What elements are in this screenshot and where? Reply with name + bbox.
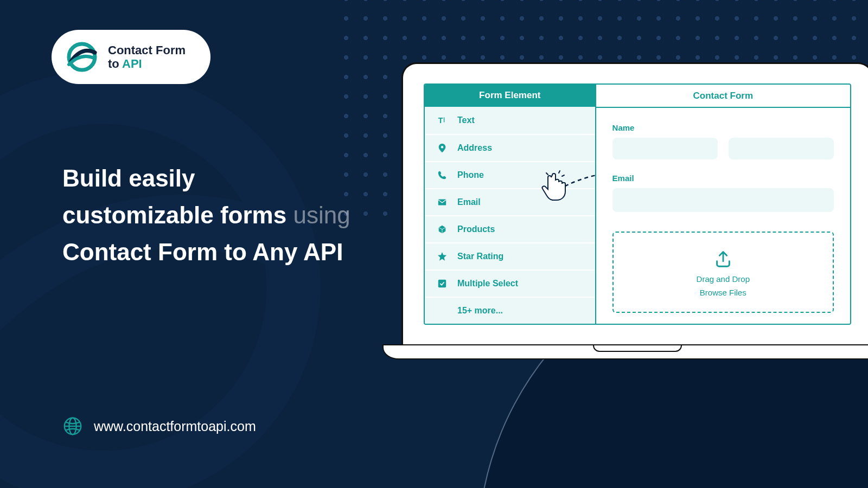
element-email[interactable]: Email <box>425 188 595 215</box>
contact-form-panel: Contact Form Name Email <box>595 85 850 324</box>
headline: Build easily customizable forms using Co… <box>62 160 350 271</box>
globe-icon <box>62 416 83 436</box>
element-more-label: 15+ more... <box>457 306 503 316</box>
file-dropzone[interactable]: Drag and Drop Browse Files <box>612 232 834 313</box>
element-address-label: Address <box>457 143 492 153</box>
elements-panel: Form Element T Text Address <box>425 85 595 324</box>
element-phone[interactable]: Phone <box>425 161 595 188</box>
element-multiple-select[interactable]: Multiple Select <box>425 269 595 297</box>
map-pin-icon <box>437 143 448 153</box>
star-icon <box>437 251 448 262</box>
logo-mark-icon <box>65 40 99 74</box>
name-label: Name <box>612 123 834 132</box>
element-text-label: Text <box>457 115 475 125</box>
contact-form-body: Name Email <box>596 108 850 324</box>
last-name-input[interactable] <box>729 138 834 159</box>
element-products-label: Products <box>457 224 495 234</box>
element-phone-label: Phone <box>457 170 484 180</box>
email-input[interactable] <box>612 188 834 212</box>
svg-rect-9 <box>438 280 446 287</box>
element-multi-select-label: Multiple Select <box>457 279 518 288</box>
headline-part3: Contact Form to Any API <box>62 239 343 265</box>
first-name-input[interactable] <box>612 138 718 159</box>
element-address[interactable]: Address <box>425 134 595 161</box>
element-more[interactable]: 15+ more... <box>425 297 595 324</box>
envelope-icon <box>437 197 448 208</box>
headline-part1: Build easily <box>62 165 195 191</box>
contact-panel-header: Contact Form <box>596 85 850 108</box>
email-label: Email <box>612 174 834 183</box>
phone-icon <box>437 170 448 181</box>
element-star-rating-label: Star Rating <box>457 252 503 261</box>
box-icon <box>437 224 448 235</box>
laptop-screen: Form Element T Text Address <box>401 62 868 344</box>
site-url: www.contactformtoapi.com <box>94 419 256 434</box>
promo-stage: Contact Form to API Build easily customi… <box>0 0 868 488</box>
logo-pill: Contact Form to API <box>52 30 210 84</box>
svg-text:T: T <box>438 116 443 125</box>
svg-point-7 <box>441 146 444 149</box>
laptop-mock: Form Element T Text Address <box>401 62 868 359</box>
logo-text-line2: to API <box>108 57 186 70</box>
element-products[interactable]: Products <box>425 215 595 242</box>
site-url-row: www.contactformtoapi.com <box>62 416 256 436</box>
logo-text-line1: Contact Form <box>108 43 186 57</box>
elements-panel-header: Form Element <box>425 85 595 107</box>
headline-part2: customizable forms <box>62 202 286 228</box>
headline-part2-suffix: using <box>286 202 350 228</box>
checkbox-icon <box>437 278 448 289</box>
svg-rect-8 <box>438 200 446 206</box>
laptop-base <box>382 344 868 359</box>
element-star-rating[interactable]: Star Rating <box>425 242 595 269</box>
upload-icon <box>713 248 733 270</box>
element-text[interactable]: T Text <box>425 107 595 134</box>
element-email-label: Email <box>457 197 481 207</box>
dropzone-line1: Drag and Drop <box>697 274 750 284</box>
form-builder: Form Element T Text Address <box>424 84 851 325</box>
dropzone-line2: Browse Files <box>700 288 746 297</box>
elements-list: T Text Address <box>425 107 595 324</box>
text-icon: T <box>437 115 448 126</box>
